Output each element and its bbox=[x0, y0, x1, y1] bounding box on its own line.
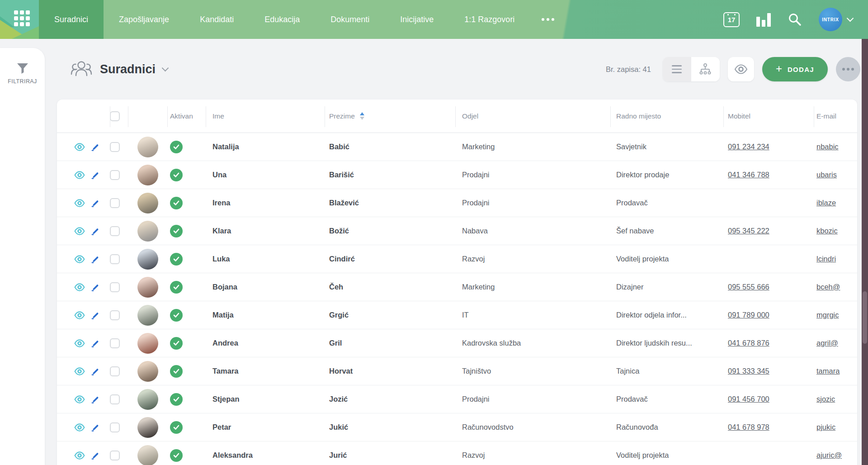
row-checkbox[interactable] bbox=[110, 170, 120, 180]
select-all-checkbox[interactable] bbox=[110, 111, 120, 121]
job-title: Tajnica bbox=[616, 367, 639, 375]
row-checkbox[interactable] bbox=[110, 310, 120, 320]
edit-row-icon[interactable] bbox=[90, 451, 99, 460]
edit-row-icon[interactable] bbox=[90, 395, 99, 404]
edit-row-icon[interactable] bbox=[90, 423, 99, 432]
edit-row-icon[interactable] bbox=[90, 255, 99, 264]
tab-edukacija[interactable]: Edukacija bbox=[249, 0, 315, 39]
email-link[interactable]: iblaze bbox=[816, 199, 836, 207]
edit-row-icon[interactable] bbox=[90, 311, 99, 320]
view-row-icon[interactable] bbox=[74, 227, 85, 235]
view-row-icon[interactable] bbox=[74, 171, 85, 179]
preview-button[interactable] bbox=[728, 57, 754, 81]
scrollbar-thumb[interactable] bbox=[863, 291, 867, 344]
table-row: Bojana Čeh Marketing Dizajner 095 555 66… bbox=[57, 273, 857, 301]
view-row-icon[interactable] bbox=[74, 143, 85, 151]
more-actions-button[interactable] bbox=[836, 57, 860, 81]
row-checkbox[interactable] bbox=[110, 198, 120, 208]
view-row-icon[interactable] bbox=[74, 367, 85, 375]
email-link[interactable]: pjukic bbox=[816, 423, 835, 431]
app-logo[interactable] bbox=[0, 0, 39, 39]
email-link[interactable]: ajuric@ bbox=[816, 451, 842, 459]
org-view-button[interactable] bbox=[691, 57, 720, 81]
email-link[interactable]: bceh@ bbox=[816, 283, 840, 291]
view-row-icon[interactable] bbox=[74, 339, 85, 347]
email-link[interactable]: nbabic bbox=[816, 142, 839, 151]
phone-link[interactable]: 041 678 978 bbox=[728, 423, 769, 431]
edit-row-icon[interactable] bbox=[90, 142, 99, 152]
first-name: Luka bbox=[212, 255, 230, 263]
tab-inicijative[interactable]: Inicijative bbox=[385, 0, 449, 39]
edit-row-icon[interactable] bbox=[90, 227, 99, 236]
phone-link[interactable]: 091 456 700 bbox=[728, 395, 769, 403]
table-row: Irena Blažević Prodajni Prodavač iblaze bbox=[57, 189, 857, 217]
view-row-icon[interactable] bbox=[74, 199, 85, 207]
phone-link[interactable]: 091 789 000 bbox=[728, 311, 769, 319]
row-checkbox[interactable] bbox=[110, 422, 120, 432]
row-checkbox[interactable] bbox=[110, 226, 120, 236]
header-prezime[interactable]: Prezime bbox=[325, 104, 455, 128]
edit-row-icon[interactable] bbox=[90, 339, 99, 348]
row-checkbox[interactable] bbox=[110, 142, 120, 152]
edit-row-icon[interactable] bbox=[90, 367, 99, 376]
list-view-button[interactable] bbox=[663, 57, 691, 81]
header-odjel[interactable]: Odjel bbox=[455, 104, 610, 128]
view-row-icon[interactable] bbox=[74, 451, 85, 460]
email-link[interactable]: lcindri bbox=[816, 255, 836, 263]
tab-dokumenti[interactable]: Dokumenti bbox=[315, 0, 385, 39]
first-name: Stjepan bbox=[212, 395, 240, 403]
email-link[interactable]: ubaris bbox=[816, 171, 837, 179]
phone-link[interactable]: 091 234 234 bbox=[728, 142, 769, 151]
entity-selector[interactable]: Suradnici bbox=[70, 60, 168, 79]
view-row-icon[interactable] bbox=[74, 395, 85, 403]
email-link[interactable]: tamara bbox=[816, 367, 840, 375]
last-name: Čeh bbox=[329, 283, 343, 291]
more-tabs-button[interactable] bbox=[530, 0, 566, 39]
active-check-icon bbox=[170, 197, 183, 209]
add-button[interactable]: + DODAJ bbox=[762, 57, 828, 81]
avatar bbox=[137, 165, 158, 185]
header-radno-mjesto[interactable]: Radno mijesto bbox=[610, 104, 723, 128]
table-row: Natalija Babić Marketing Savjetnik 091 2… bbox=[57, 133, 857, 161]
row-checkbox[interactable] bbox=[110, 254, 120, 264]
view-row-icon[interactable] bbox=[74, 423, 85, 432]
user-menu[interactable]: INTRIX bbox=[819, 8, 853, 31]
tab-kandidati[interactable]: Kandidati bbox=[184, 0, 249, 39]
edit-row-icon[interactable] bbox=[90, 283, 99, 292]
email-link[interactable]: agril@ bbox=[816, 339, 838, 347]
filter-button[interactable]: FILTRIRAJ bbox=[0, 62, 45, 85]
calendar-icon[interactable]: 17 bbox=[723, 12, 740, 27]
email-link[interactable]: kbozic bbox=[816, 227, 838, 235]
phone-link[interactable]: 041 678 876 bbox=[728, 339, 769, 347]
edit-row-icon[interactable] bbox=[90, 171, 99, 180]
stats-icon[interactable] bbox=[756, 12, 771, 27]
view-row-icon[interactable] bbox=[74, 311, 85, 319]
phone-link[interactable]: 091 333 345 bbox=[728, 367, 769, 375]
dot bbox=[851, 68, 854, 71]
row-checkbox[interactable] bbox=[110, 282, 120, 292]
row-checkbox[interactable] bbox=[110, 394, 120, 404]
tab-zapo-ljavanje[interactable]: Zapošljavanje bbox=[104, 0, 184, 39]
row-checkbox[interactable] bbox=[110, 451, 120, 460]
department: Prodajni bbox=[462, 395, 490, 403]
view-row-icon[interactable] bbox=[74, 255, 85, 263]
email-link[interactable]: mgrgic bbox=[816, 311, 839, 319]
header-email[interactable]: E-mail bbox=[814, 104, 857, 128]
search-icon[interactable] bbox=[788, 12, 802, 27]
phone-link[interactable]: 095 555 666 bbox=[728, 283, 769, 291]
vertical-scrollbar[interactable] bbox=[862, 39, 868, 465]
header-aktivan[interactable]: Aktivan bbox=[167, 104, 206, 128]
row-checkbox[interactable] bbox=[110, 366, 120, 376]
edit-row-icon[interactable] bbox=[90, 199, 99, 208]
row-checkbox[interactable] bbox=[110, 338, 120, 348]
view-row-icon[interactable] bbox=[74, 283, 85, 291]
header-mobitel[interactable]: Mobitel bbox=[723, 104, 814, 128]
sort-icons[interactable] bbox=[360, 112, 364, 120]
phone-link[interactable]: 095 345 222 bbox=[728, 227, 769, 235]
last-name: Jukić bbox=[329, 423, 348, 432]
header-ime[interactable]: Ime bbox=[206, 104, 325, 128]
phone-link[interactable]: 041 346 788 bbox=[728, 171, 769, 179]
tab-1-1-razgovori[interactable]: 1:1 Razgovori bbox=[449, 0, 530, 39]
tab-suradnici[interactable]: Suradnici bbox=[39, 0, 104, 39]
email-link[interactable]: sjozic bbox=[816, 395, 835, 403]
